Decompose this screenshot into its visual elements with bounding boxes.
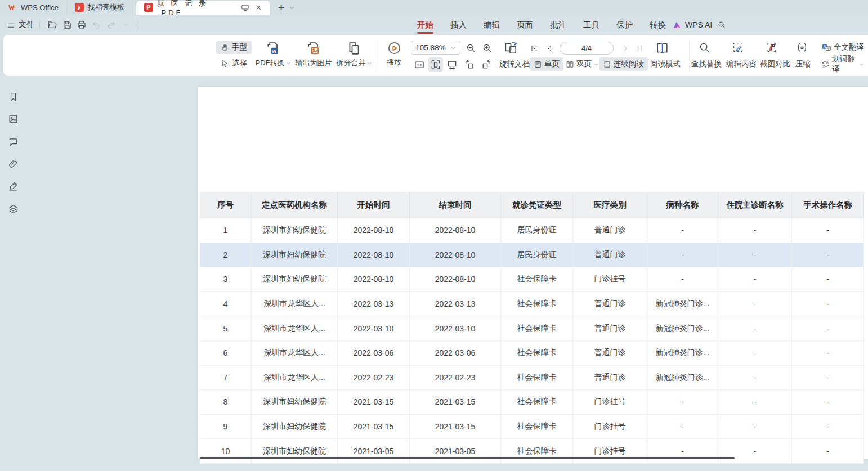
tab-list-chevron-icon[interactable] bbox=[289, 5, 295, 11]
first-page-button[interactable] bbox=[527, 41, 542, 56]
rotate-left-button[interactable] bbox=[462, 57, 477, 72]
table-cell: 2022-03-13 bbox=[338, 292, 410, 316]
open-file-button[interactable] bbox=[45, 18, 60, 32]
compress-icon bbox=[796, 41, 808, 53]
undo-history-chevron-icon[interactable] bbox=[118, 18, 133, 32]
full-translate-button[interactable]: A 字 全文翻译 bbox=[817, 41, 868, 54]
tab-insert[interactable]: 插入 bbox=[442, 15, 475, 35]
medical-records-table: 序号定点医药机构名称开始时间结束时间就诊凭证类型医疗类别病种名称住院主诊断名称手… bbox=[200, 192, 864, 464]
pdf-convert-label: PDF转换 bbox=[256, 58, 285, 68]
table-cell: - bbox=[647, 439, 718, 463]
layers-panel-button[interactable] bbox=[6, 201, 20, 216]
bookmarks-panel-button[interactable] bbox=[6, 89, 20, 104]
menu-search-button[interactable] bbox=[715, 18, 728, 32]
table-cell: 深圳市龙华区人... bbox=[252, 316, 338, 340]
compress-button[interactable] bbox=[795, 40, 809, 55]
file-menu-button[interactable]: 文件 bbox=[7, 20, 34, 30]
table-cell: 社会保障卡 bbox=[501, 341, 573, 365]
play-button[interactable]: 播放 bbox=[382, 41, 406, 68]
word-translate-button[interactable]: 文 A 划词翻译 bbox=[817, 57, 868, 71]
table-cell: 7 bbox=[200, 366, 252, 390]
wps-ai-button[interactable]: WPS AI bbox=[672, 15, 712, 35]
table-body: 1深圳市妇幼保健院2022-08-102022-08-10居民身份证普通门诊--… bbox=[200, 218, 864, 464]
table-cell: 居民身份证 bbox=[501, 243, 573, 267]
present-to-screen-icon[interactable] bbox=[241, 3, 249, 12]
tab-edit[interactable]: 编辑 bbox=[475, 15, 508, 35]
fit-width-button[interactable] bbox=[445, 57, 459, 72]
edit-content-label-button[interactable]: 编辑内容 bbox=[722, 57, 760, 71]
find-replace-button[interactable] bbox=[697, 40, 712, 55]
tab-document[interactable]: P 就 医 记 录 .PDF bbox=[136, 1, 270, 15]
continuous-read-button[interactable]: 连续阅读 bbox=[599, 57, 648, 71]
split-merge-button[interactable]: 拆分合并 bbox=[334, 41, 374, 68]
zoom-out-button[interactable] bbox=[463, 41, 478, 55]
table-row: 2深圳市妇幼保健院2022-08-102022-08-10居民身份证普通门诊--… bbox=[200, 243, 864, 268]
undo-button[interactable] bbox=[89, 18, 104, 32]
zoom-in-button[interactable] bbox=[480, 41, 494, 55]
read-mode-label-button[interactable]: 阅读模式 bbox=[646, 57, 684, 71]
tab-page[interactable]: 页面 bbox=[508, 15, 542, 35]
rotate-right-button[interactable] bbox=[479, 57, 494, 72]
actual-size-button[interactable]: 1:1 bbox=[412, 57, 427, 72]
rotate-document-label-button[interactable]: 旋转文档 bbox=[495, 57, 534, 71]
pdf-page[interactable]: 序号定点医药机构名称开始时间结束时间就诊凭证类型医疗类别病种名称住院主诊断名称手… bbox=[198, 87, 868, 459]
table-cell: 门诊挂号 bbox=[573, 439, 647, 463]
tab-protect[interactable]: 保护 bbox=[608, 15, 641, 35]
split-merge-label: 拆分合并 bbox=[337, 58, 366, 68]
pdf-convert-button[interactable]: W PDF转换 bbox=[253, 41, 293, 68]
table-cell: - bbox=[647, 267, 718, 291]
find-replace-label-button[interactable]: 查找替换 bbox=[687, 57, 726, 71]
print-button[interactable] bbox=[74, 18, 89, 32]
read-mode-button[interactable] bbox=[654, 39, 670, 56]
last-page-button[interactable] bbox=[632, 41, 647, 56]
table-cell: - bbox=[718, 415, 792, 439]
double-page-button[interactable]: 双页 bbox=[562, 57, 603, 71]
table-cell: 2021-03-15 bbox=[410, 390, 501, 414]
close-tab-icon[interactable] bbox=[255, 4, 262, 11]
tab-convert[interactable]: 转换 bbox=[641, 15, 674, 35]
table-row: 10深圳市妇幼保健院2021-03-052021-03-05社会保障卡门诊挂号-… bbox=[200, 439, 864, 464]
tab-tools[interactable]: 工具 bbox=[575, 15, 608, 35]
comment-icon bbox=[8, 137, 19, 147]
chevron-down-icon bbox=[594, 62, 599, 67]
save-button[interactable] bbox=[60, 18, 74, 32]
tab-docer[interactable]: 找稻壳模板 bbox=[67, 1, 133, 15]
table-cell: - bbox=[792, 439, 864, 463]
comments-panel-button[interactable] bbox=[6, 134, 20, 149]
screenshot-compare-button[interactable] bbox=[764, 40, 779, 55]
next-page-button[interactable] bbox=[618, 41, 633, 56]
fit-page-button[interactable] bbox=[428, 57, 443, 72]
previous-page-button[interactable] bbox=[542, 41, 557, 56]
zoom-level-select[interactable]: 105.88% bbox=[411, 41, 460, 55]
rotate-document-button[interactable] bbox=[502, 39, 519, 56]
cursor-icon bbox=[221, 59, 229, 68]
page-number-input[interactable]: 4/4 bbox=[560, 42, 614, 55]
chevron-down-icon bbox=[860, 62, 864, 67]
export-image-button[interactable]: 输出为图片 bbox=[293, 41, 334, 68]
menu-bar: 文件 开始 插入 编辑 页面 批注 工具 保护 转换 WPS AI bbox=[0, 15, 868, 35]
tab-comment[interactable]: 批注 bbox=[542, 15, 575, 35]
screenshot-compare-label-button[interactable]: 截图对比 bbox=[756, 57, 794, 71]
edit-content-button[interactable] bbox=[731, 40, 745, 55]
table-cell: - bbox=[792, 218, 864, 243]
tab-wps-office[interactable]: WPS Office bbox=[0, 1, 67, 15]
thumbnails-panel-button[interactable] bbox=[6, 111, 20, 126]
table-cell: 社会保障卡 bbox=[501, 316, 573, 340]
table-cell: 门诊挂号 bbox=[573, 267, 647, 291]
select-tool-button[interactable]: 选择 bbox=[216, 56, 252, 70]
table-cell: - bbox=[718, 390, 792, 414]
find-replace-icon bbox=[699, 42, 710, 53]
new-tab-button[interactable]: + bbox=[278, 2, 284, 13]
first-page-icon bbox=[530, 44, 539, 53]
compress-label-button[interactable]: 压缩 bbox=[791, 57, 815, 71]
svg-text:文: 文 bbox=[822, 64, 825, 68]
attachments-panel-button[interactable] bbox=[6, 156, 20, 171]
single-page-button[interactable]: 单页 bbox=[530, 57, 563, 71]
continuous-read-icon bbox=[603, 60, 611, 69]
hand-tool-label: 手型 bbox=[232, 42, 247, 52]
save-icon bbox=[62, 20, 72, 30]
hand-tool-button[interactable]: 手型 bbox=[216, 41, 252, 54]
signature-panel-button[interactable] bbox=[6, 179, 20, 194]
tab-home[interactable]: 开始 bbox=[409, 15, 442, 35]
redo-button[interactable] bbox=[104, 18, 118, 32]
